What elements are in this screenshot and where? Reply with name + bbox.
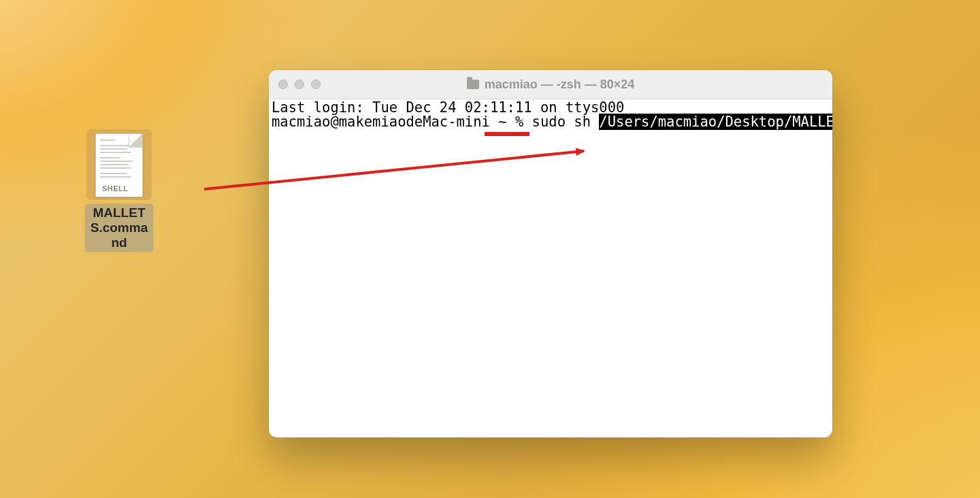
- terminal-body[interactable]: Last login: Tue Dec 24 02:11:11 on ttys0…: [269, 99, 832, 437]
- zoom-icon[interactable]: [311, 80, 321, 89]
- desktop-file-mallets-command[interactable]: SHELL MALLETS.command: [85, 129, 153, 235]
- terminal-window[interactable]: macmiao — -zsh — 80×24 Last login: Tue D…: [269, 70, 832, 437]
- window-title: macmiao — -zsh — 80×24: [269, 78, 832, 92]
- folder-icon: [467, 80, 479, 89]
- terminal-prompt: macmiao@makemiaodeMac-mini ~ %: [272, 114, 532, 130]
- terminal-typed-plain: sudo sh: [532, 114, 600, 130]
- desktop-background: SHELL MALLETS.command macmiao — -zsh — 8…: [0, 0, 980, 498]
- file-page-preview: SHELL: [95, 133, 143, 197]
- terminal-typed-highlighted: /Users/macmiao/Desktop/MALLETS.command: [599, 114, 832, 130]
- close-icon[interactable]: [278, 80, 288, 89]
- file-thumbnail: SHELL: [86, 129, 152, 200]
- file-label: MALLETS.command: [85, 204, 153, 252]
- window-titlebar[interactable]: macmiao — -zsh — 80×24: [269, 70, 832, 99]
- window-traffic-lights[interactable]: [278, 80, 321, 89]
- minimize-icon[interactable]: [295, 80, 304, 89]
- window-title-text: macmiao — -zsh — 80×24: [485, 78, 635, 92]
- file-type-tag: SHELL: [102, 184, 129, 193]
